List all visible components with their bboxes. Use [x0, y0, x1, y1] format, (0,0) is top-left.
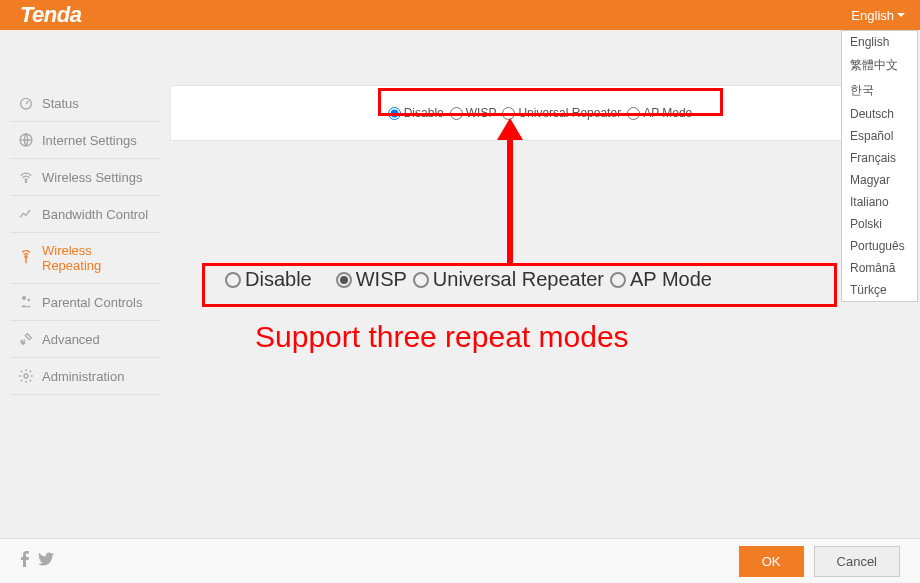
radio-icon	[225, 272, 241, 288]
svg-point-0	[21, 98, 32, 109]
facebook-icon[interactable]	[20, 551, 30, 571]
sidebar-item-label: Wireless Settings	[42, 170, 142, 185]
people-icon	[18, 294, 34, 310]
brand-logo: Tenda	[20, 2, 81, 28]
language-option[interactable]: Polski	[842, 213, 917, 235]
sidebar-item-advanced[interactable]: Advanced	[10, 321, 160, 358]
sidebar: Status Internet Settings Wireless Settin…	[0, 30, 160, 583]
wifi-icon	[18, 169, 34, 185]
globe-icon	[18, 132, 34, 148]
social-links	[20, 551, 54, 571]
language-option[interactable]: English	[842, 31, 917, 53]
main-content: Disable WISP Universal Repeater AP Mode	[160, 30, 920, 583]
sidebar-item-status[interactable]: Status	[10, 85, 160, 122]
chart-line-icon	[18, 206, 34, 222]
language-option[interactable]: Română	[842, 257, 917, 279]
language-option[interactable]: Magyar	[842, 169, 917, 191]
language-option[interactable]: 한국	[842, 78, 917, 103]
language-option[interactable]: Português	[842, 235, 917, 257]
sidebar-item-label: Wireless Repeating	[42, 243, 152, 273]
annotation-enlarged-radios: Disable WISP Universal Repeater AP Mode	[225, 268, 712, 291]
language-option[interactable]: Türkçe	[842, 279, 917, 301]
language-current: English	[851, 8, 894, 23]
footer-bar: OK Cancel	[0, 538, 920, 583]
mode-radio-wisp[interactable]: WISP	[450, 106, 497, 120]
language-dropdown: English 繁體中文 한국 Deutsch Español Français…	[841, 30, 918, 302]
sidebar-item-label: Parental Controls	[42, 295, 142, 310]
sidebar-item-label: Advanced	[42, 332, 100, 347]
sidebar-item-label: Internet Settings	[42, 133, 137, 148]
language-option[interactable]: 繁體中文	[842, 53, 917, 78]
language-option[interactable]: Español	[842, 125, 917, 147]
sidebar-item-bandwidth[interactable]: Bandwidth Control	[10, 196, 160, 233]
mode-radio-disable[interactable]: Disable	[388, 106, 444, 120]
ok-button[interactable]: OK	[739, 546, 804, 577]
sidebar-item-admin[interactable]: Administration	[10, 358, 160, 395]
radio-icon	[336, 272, 352, 288]
sidebar-item-label: Administration	[42, 369, 124, 384]
language-option[interactable]: Italiano	[842, 191, 917, 213]
radio-input[interactable]	[502, 107, 515, 120]
chevron-down-icon	[897, 13, 905, 17]
annotation-caption: Support three repeat modes	[255, 320, 629, 354]
svg-point-4	[22, 296, 26, 300]
sidebar-item-label: Status	[42, 96, 79, 111]
twitter-icon[interactable]	[38, 551, 54, 571]
sidebar-item-wireless[interactable]: Wireless Settings	[10, 159, 160, 196]
mode-radio-universal[interactable]: Universal Repeater	[502, 106, 621, 120]
sidebar-item-internet[interactable]: Internet Settings	[10, 122, 160, 159]
mode-radio-apmode[interactable]: AP Mode	[627, 106, 692, 120]
sidebar-item-label: Bandwidth Control	[42, 207, 148, 222]
cancel-button[interactable]: Cancel	[814, 546, 900, 577]
header-bar: Tenda English	[0, 0, 920, 30]
svg-point-6	[24, 374, 28, 378]
language-option[interactable]: Français	[842, 147, 917, 169]
language-option[interactable]: Deutsch	[842, 103, 917, 125]
radio-input[interactable]	[388, 107, 401, 120]
radio-icon	[413, 272, 429, 288]
mode-radio-group: Disable WISP Universal Repeater AP Mode	[191, 106, 889, 120]
radio-icon	[610, 272, 626, 288]
sidebar-item-parental[interactable]: Parental Controls	[10, 284, 160, 321]
language-selector[interactable]: English	[851, 8, 905, 23]
radio-input[interactable]	[450, 107, 463, 120]
antenna-icon	[18, 250, 34, 266]
mode-panel: Disable WISP Universal Repeater AP Mode	[170, 85, 910, 141]
svg-point-2	[25, 181, 26, 182]
gear-icon	[18, 368, 34, 384]
svg-point-3	[25, 256, 27, 258]
gauge-icon	[18, 95, 34, 111]
sidebar-item-repeating[interactable]: Wireless Repeating	[10, 233, 160, 284]
footer-buttons: OK Cancel	[739, 546, 900, 577]
svg-point-5	[27, 299, 30, 302]
radio-input[interactable]	[627, 107, 640, 120]
tools-icon	[18, 331, 34, 347]
